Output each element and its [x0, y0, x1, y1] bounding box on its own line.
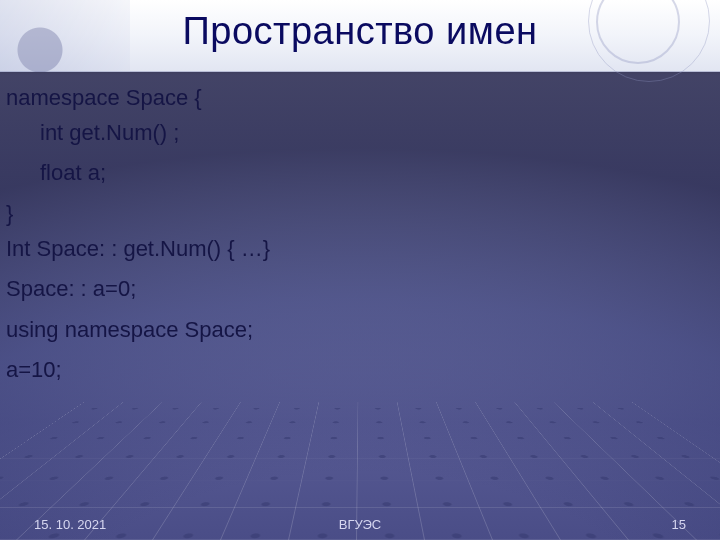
footer: 15. 10. 2021 ВГУЭС 15 — [0, 517, 720, 532]
code-line: } — [6, 202, 710, 227]
code-body: namespace Space { int get.Num() ; float … — [6, 86, 710, 500]
code-line: float a; — [6, 161, 710, 186]
code-line: using namespace Space; — [6, 318, 710, 343]
title-banner: Пространство имен — [0, 0, 720, 72]
footer-page-number: 15 — [672, 517, 686, 532]
slide: Пространство имен namespace Space { int … — [0, 0, 720, 540]
code-line: Space: : a=0; — [6, 277, 710, 302]
code-line: int get.Num() ; — [6, 121, 710, 146]
slide-title: Пространство имен — [0, 10, 720, 53]
code-line: namespace Space { — [6, 86, 710, 111]
footer-date: 15. 10. 2021 — [34, 517, 106, 532]
code-line: a=10; — [6, 358, 710, 383]
code-line: Int Space: : get.Num() { …} — [6, 237, 710, 262]
footer-org: ВГУЭС — [339, 517, 381, 532]
